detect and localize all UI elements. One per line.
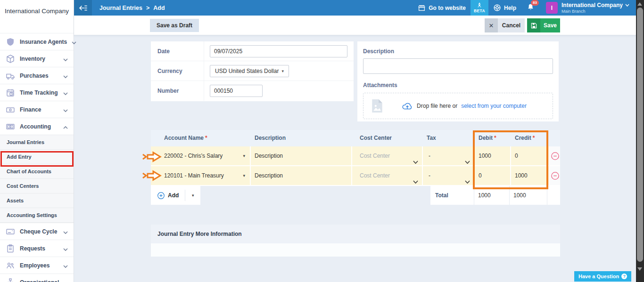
breadcrumb-journal-entries[interactable]: Journal Entries (99, 5, 142, 11)
line-description-input[interactable]: Description (251, 146, 351, 165)
sidebar-item-label: Accounting (20, 123, 58, 130)
more-information-header[interactable]: Journal Entry More Information (151, 225, 560, 243)
chevron-down-icon (63, 244, 68, 253)
collapse-sidebar-button[interactable] (74, 0, 92, 16)
col-header-actions (550, 130, 560, 146)
chevron-down-icon: ▾ (243, 166, 245, 185)
sidebar-item-label: Purchases (20, 73, 58, 79)
journal-entry-form: Date Currency USD United States Dollar ▾… (151, 41, 354, 101)
submenu-item-accounting-settings[interactable]: Accounting Settings (0, 208, 74, 223)
go-to-website-link[interactable]: Go to website (418, 4, 466, 11)
debit-input[interactable]: 1000 (475, 146, 510, 165)
currency-select[interactable]: USD United States Dollar ▾ (210, 65, 289, 77)
scrollbar-up-arrow[interactable] (637, 2, 642, 6)
chevron-down-icon: ▾ (281, 69, 284, 73)
table-row: 120101 - Main Treasury▾ Description Cost… (151, 166, 560, 186)
cost-center-select[interactable]: Cost Center (352, 166, 422, 185)
description-label: Description (363, 48, 553, 55)
notifications-button[interactable]: 83 (527, 3, 535, 13)
submenu-item-cost-centers[interactable]: Cost Centers (0, 179, 74, 193)
col-header-credit: Credit* (511, 130, 549, 146)
table-row: 220002 - Chris's Salary▾ Description Cos… (151, 146, 560, 166)
remove-row-button[interactable] (550, 166, 560, 185)
remove-row-button[interactable] (550, 146, 560, 165)
menu-fold-icon (78, 3, 88, 13)
calendar-clock-icon (6, 88, 15, 97)
banknote-icon (6, 105, 15, 114)
account-select[interactable]: 120101 - Main Treasury▾ (151, 166, 250, 185)
add-options-dropdown[interactable]: ▾ (185, 190, 200, 201)
account-select[interactable]: 220002 - Chris's Salary▾ (151, 146, 250, 165)
col-header-account-name: Account Name* (151, 130, 250, 146)
sidebar-item-label: Insurance Agents (20, 39, 67, 45)
floppy-disk-icon (527, 18, 540, 32)
beta-button[interactable]: BETA (471, 0, 488, 16)
sidebar-item-accounting[interactable]: Accounting (0, 118, 74, 135)
submenu-item-assets[interactable]: Assets (0, 193, 74, 208)
sidebar-item-organizational[interactable]: Organizational (0, 274, 74, 282)
chevron-down-icon (72, 38, 76, 46)
sidebar-item-purchases[interactable]: Purchases (0, 67, 74, 84)
sidebar-item-label: Finance (20, 106, 58, 113)
date-input[interactable] (210, 45, 347, 57)
sidebar-item-label: Cheque Cycle (20, 228, 58, 235)
sidebar-item-insurance-agents[interactable]: Insurance Agents (0, 33, 74, 50)
sidebar-item-requests[interactable]: Requests (0, 240, 74, 257)
number-input[interactable] (210, 85, 263, 97)
app-window: International Company Insurance Agents I… (0, 0, 644, 282)
chevron-down-icon (63, 89, 68, 97)
add-row-control: Add ▾ (151, 186, 200, 205)
company-name: International Company (0, 0, 74, 33)
breadcrumb-add[interactable]: Add (153, 5, 165, 11)
cheque-icon (6, 227, 15, 236)
line-description-input[interactable]: Description (251, 166, 351, 185)
cancel-button[interactable]: ✕ Cancel (485, 18, 525, 32)
description-textarea[interactable] (363, 58, 553, 74)
table-footer: Add ▾ Total 1000 1000 (151, 186, 560, 206)
lifebuoy-icon (493, 4, 501, 12)
total-label: Total (430, 186, 474, 205)
date-label: Date (151, 41, 204, 61)
tax-select[interactable]: - (423, 146, 474, 165)
cost-center-select[interactable]: Cost Center (352, 146, 422, 165)
debit-input[interactable]: 0 (475, 166, 510, 185)
accounting-submenu: Journal Entries Add Entry Chart of Accou… (0, 135, 74, 223)
sidebar-item-time-tracking[interactable]: Time Tracking (0, 84, 74, 101)
submenu-item-chart-of-accounts[interactable]: Chart of Accounts (0, 164, 74, 179)
company-menu[interactable]: International Company Main Branch (561, 2, 629, 14)
sidebar-item-finance[interactable]: Finance (0, 101, 74, 118)
submenu-item-add-entry[interactable]: Add Entry (0, 150, 74, 164)
sidebar-item-cheque-cycle[interactable]: Cheque Cycle (0, 223, 74, 240)
people-icon (6, 261, 15, 270)
scrollbar-down-arrow[interactable] (637, 267, 642, 271)
credit-input[interactable]: 0 (511, 146, 549, 165)
remove-circle-icon (551, 152, 560, 161)
avatar[interactable]: I (546, 2, 558, 14)
have-a-question-button[interactable]: Have a Question ? (574, 271, 631, 282)
attachments-label: Attachments (363, 82, 553, 89)
add-row-button[interactable]: Add (151, 186, 185, 205)
number-label: Number (151, 81, 204, 101)
file-dropzone[interactable]: Drop file here or select from your compu… (363, 93, 553, 119)
topbar-right: Go to website BETA Help 83 I Internation… (413, 0, 636, 16)
clipboard-icon (6, 244, 15, 253)
tax-select[interactable]: - (423, 166, 474, 185)
action-bar: Save as Draft ✕ Cancel Save (74, 16, 636, 35)
save-as-draft-button[interactable]: Save as Draft (150, 19, 199, 32)
help-menu[interactable]: Help (493, 4, 516, 12)
table-header-row: Account Name* Description Cost Center Ta… (151, 130, 560, 146)
storefront-icon (418, 4, 426, 11)
cash-icon (6, 122, 15, 131)
credit-input[interactable]: 1000 (511, 166, 549, 185)
sidebar-item-label: Time Tracking (20, 89, 58, 96)
more-information-body (151, 243, 560, 257)
more-information-section: Journal Entry More Information (151, 225, 560, 257)
sidebar-item-employees[interactable]: Employees (0, 257, 74, 274)
save-button[interactable]: Save (527, 18, 560, 32)
select-from-computer-link[interactable]: select from your computer (461, 103, 527, 109)
chevron-down-icon (63, 55, 68, 63)
submenu-item-journal-entries[interactable]: Journal Entries (0, 135, 74, 150)
sidebar-item-inventory[interactable]: Inventory (0, 50, 74, 67)
scrollbar-thumb[interactable] (637, 8, 643, 262)
col-header-tax: Tax (423, 130, 474, 146)
